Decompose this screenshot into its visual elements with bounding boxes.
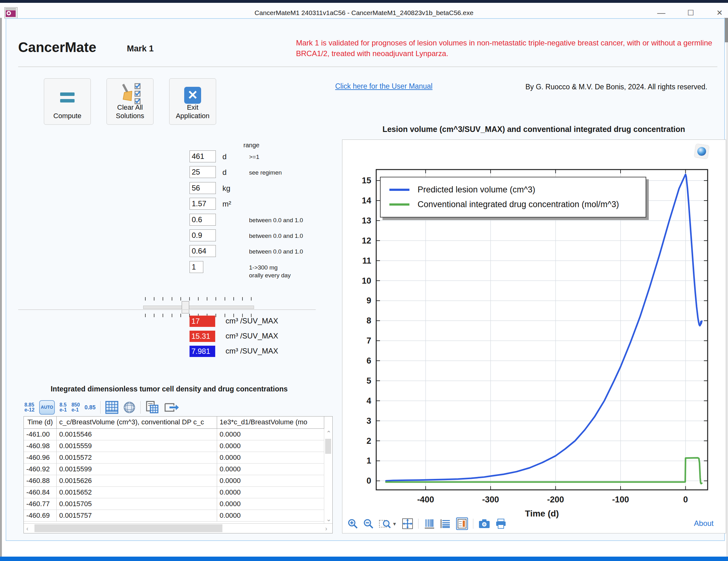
precision-display-3[interactable]: 850e-1 bbox=[71, 403, 80, 413]
x-axis-log-icon[interactable] bbox=[424, 518, 435, 529]
table-cell[interactable]: 0.0000 bbox=[217, 487, 324, 498]
field-input[interactable] bbox=[190, 198, 216, 210]
y-axis-log-icon[interactable] bbox=[440, 518, 451, 529]
table-cell[interactable]: -460.92 bbox=[24, 464, 57, 475]
title-bar: CancerMateM1 240311v1aC56 - CancerMateM1… bbox=[0, 3, 728, 18]
slider-tick bbox=[198, 297, 199, 301]
legend-entry: Predicted lesion volume (cm^3) bbox=[389, 182, 646, 197]
table-column-header[interactable]: Time (d) bbox=[24, 417, 57, 429]
scroll-down-icon[interactable]: ⌄ bbox=[326, 515, 331, 523]
svg-text:-100: -100 bbox=[612, 495, 629, 504]
compute-button[interactable]: Compute bbox=[44, 78, 91, 125]
table-cell[interactable]: 0.0000 bbox=[217, 452, 324, 464]
table-cell[interactable]: 0.0015546 bbox=[57, 429, 217, 440]
dose-slider[interactable] bbox=[143, 297, 253, 317]
print-icon[interactable] bbox=[495, 518, 507, 529]
user-manual-link[interactable]: Click here for the User Manual bbox=[335, 82, 433, 91]
field-unit: d bbox=[222, 152, 226, 161]
app-mark-version: Mark 1 bbox=[127, 44, 154, 54]
slider-tick bbox=[145, 297, 146, 301]
table-cell[interactable]: -461.00 bbox=[24, 429, 57, 440]
table-cell[interactable]: 0.0000 bbox=[217, 498, 324, 510]
minimize-button[interactable]: — bbox=[657, 10, 666, 17]
field-range-hint: between 0.0 and 1.0 bbox=[249, 247, 303, 255]
legend-toggle-button[interactable] bbox=[456, 517, 468, 530]
input-field-row: Baseline Ki67:between 0.0 and 1.0 bbox=[6, 214, 320, 227]
zoom-box-icon[interactable] bbox=[379, 518, 391, 529]
field-input[interactable] bbox=[190, 166, 216, 178]
input-field-row: Body Surface Area:m² bbox=[6, 198, 320, 211]
table-cell[interactable]: 0.0015572 bbox=[57, 452, 217, 464]
sphere-icon[interactable] bbox=[123, 401, 136, 414]
table-cell[interactable]: -460.98 bbox=[24, 440, 57, 452]
table-cell[interactable]: 0.0015559 bbox=[57, 440, 217, 452]
window-right-scrollbar[interactable] bbox=[726, 18, 728, 561]
field-unit: kg bbox=[222, 184, 230, 193]
table-cell[interactable]: 0.0000 bbox=[217, 429, 324, 440]
full-precision-table-icon[interactable] bbox=[105, 401, 118, 414]
table-cell[interactable]: -460.88 bbox=[24, 475, 57, 487]
exit-application-button[interactable]: ✕ Exit Application bbox=[169, 78, 216, 125]
slider-tick bbox=[180, 297, 181, 301]
graph-toolbar: ▼ bbox=[347, 517, 507, 530]
table-cell[interactable]: -460.77 bbox=[24, 498, 57, 510]
about-link[interactable]: About bbox=[694, 519, 714, 528]
svg-text:0: 0 bbox=[683, 495, 688, 504]
close-x-icon: ✕ bbox=[184, 87, 201, 104]
field-input[interactable] bbox=[190, 229, 216, 241]
legend-icon bbox=[457, 519, 467, 529]
table-cell[interactable]: 0.0000 bbox=[217, 440, 324, 452]
slider-track[interactable] bbox=[143, 306, 254, 309]
zoom-in-icon[interactable] bbox=[347, 518, 358, 529]
clear-all-solutions-button[interactable]: Clear All Solutions bbox=[107, 78, 153, 125]
field-input[interactable] bbox=[190, 245, 216, 257]
precision-display-4[interactable]: 0.85 bbox=[85, 405, 96, 410]
maximize-button[interactable]: ☐ bbox=[686, 10, 695, 17]
table-cell[interactable]: 0.0000 bbox=[217, 475, 324, 487]
result-row: Predicted lesion volume (t=Delta t_s):7.… bbox=[6, 346, 320, 358]
slider-thumb[interactable] bbox=[182, 301, 189, 314]
precision-display-1[interactable]: 8.85e-12 bbox=[24, 403, 34, 413]
table-horizontal-scrollbar[interactable]: ‹ › bbox=[24, 523, 332, 533]
slider-tick bbox=[154, 297, 154, 301]
export-table-icon[interactable] bbox=[164, 401, 179, 414]
table-cell[interactable]: 0.0000 bbox=[217, 510, 324, 522]
slider-tick bbox=[189, 297, 190, 301]
table-cell[interactable]: -460.69 bbox=[24, 510, 57, 522]
field-input[interactable] bbox=[190, 182, 216, 194]
svg-text:14: 14 bbox=[362, 196, 371, 205]
input-field-row: Baseline TILS:between 0.0 and 1.0 bbox=[6, 229, 320, 243]
table-cell[interactable]: 0.0015599 bbox=[57, 464, 217, 475]
svg-text:8: 8 bbox=[367, 316, 371, 325]
window-left-edge bbox=[0, 18, 2, 561]
scroll-left-icon[interactable]: ‹ bbox=[26, 525, 29, 532]
field-range-hint: between 0.0 and 1.0 bbox=[249, 232, 303, 240]
table-vertical-scrollbar[interactable]: ⌃ ⌄ bbox=[324, 429, 332, 524]
table-cell[interactable]: 0.0000 bbox=[217, 464, 324, 475]
table-cell[interactable]: 0.0015705 bbox=[57, 498, 217, 510]
table-column-header[interactable]: c_c/BreastVolume (cm^3), conventional DP… bbox=[57, 417, 217, 429]
table-cell[interactable]: 0.0015626 bbox=[57, 475, 217, 487]
copy-table-icon[interactable] bbox=[145, 401, 159, 414]
field-input[interactable] bbox=[190, 150, 216, 162]
zoom-extents-icon[interactable] bbox=[402, 518, 413, 529]
table-cell[interactable]: 0.0015652 bbox=[57, 487, 217, 498]
field-input[interactable] bbox=[190, 261, 203, 273]
camera-snapshot-icon[interactable] bbox=[478, 519, 490, 529]
table-cell[interactable]: -460.96 bbox=[24, 452, 57, 464]
result-value: 15.31 bbox=[190, 331, 215, 342]
field-input[interactable] bbox=[190, 214, 216, 226]
table-column-header[interactable]: 1e3*c_d1/BreastVolume (mo bbox=[217, 417, 324, 429]
table-vscroll-thumb[interactable] bbox=[325, 439, 331, 454]
svg-text:0: 0 bbox=[367, 476, 371, 486]
scroll-up-icon[interactable]: ⌃ bbox=[326, 429, 331, 437]
table-hscroll-thumb[interactable] bbox=[34, 524, 222, 532]
zoom-out-icon[interactable] bbox=[363, 518, 374, 529]
table-cell[interactable]: -460.84 bbox=[24, 487, 57, 498]
scroll-right-icon[interactable]: › bbox=[325, 525, 327, 532]
auto-precision-button[interactable]: AUTO bbox=[39, 400, 55, 415]
zoom-dropdown-caret[interactable]: ▼ bbox=[392, 521, 397, 527]
precision-display-2[interactable]: 8.5e-1 bbox=[60, 403, 67, 413]
close-button[interactable]: ✕ bbox=[715, 10, 724, 17]
table-cell[interactable]: 0.0015757 bbox=[57, 510, 217, 522]
